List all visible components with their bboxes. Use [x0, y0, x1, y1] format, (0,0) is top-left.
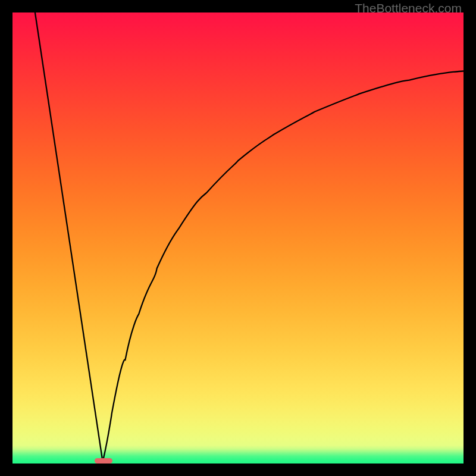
curve-left-branch [35, 12, 103, 462]
minimum-marker [95, 458, 112, 464]
chart-frame: TheBottleneck.com [0, 0, 476, 476]
plot-area [12, 12, 464, 464]
curve-right-branch [103, 71, 464, 462]
bottleneck-curve [12, 12, 464, 464]
attribution-watermark: TheBottleneck.com [355, 1, 462, 15]
